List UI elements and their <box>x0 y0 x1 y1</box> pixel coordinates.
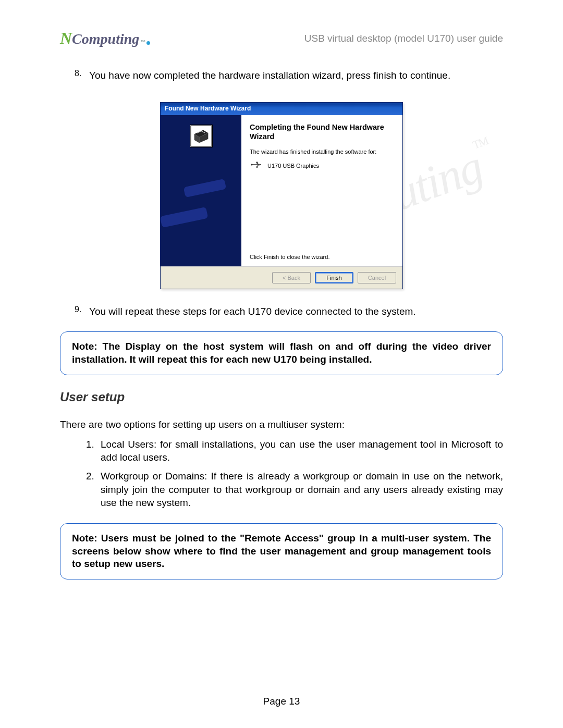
logo-letter-n: N <box>60 29 72 48</box>
page-number: Page 13 <box>0 696 563 707</box>
step-text: You will repeat these steps for each U17… <box>89 305 503 318</box>
intro-paragraph: There are two options for setting up use… <box>60 419 503 430</box>
logo-tm: ™ <box>140 39 145 45</box>
step-9: 9. You will repeat these steps for each … <box>75 305 503 318</box>
hardware-wizard-dialog: Found New Hardware Wizard <box>160 102 403 289</box>
svg-point-4 <box>251 164 252 165</box>
section-heading-user-setup: User setup <box>60 390 503 404</box>
step-number: 8. <box>75 69 89 82</box>
logo-dot-icon <box>146 41 150 45</box>
usb-icon <box>251 161 261 170</box>
finish-button[interactable]: Finish <box>315 272 353 283</box>
wizard-titlebar: Found New Hardware Wizard <box>161 103 402 115</box>
wizard-close-text: Click Finish to close the wizard. <box>250 254 394 260</box>
page-header: NComputing™ USB virtual desktop (model U… <box>60 29 503 48</box>
option-text: Local Users: for small installations, yo… <box>101 438 503 464</box>
step-number: 9. <box>75 305 89 318</box>
option-number: 2. <box>86 470 101 510</box>
wizard-heading: Completing the Found New Hardware Wizard <box>250 122 394 141</box>
note-box-display-flash: Note: The Display on the host system wil… <box>60 331 503 375</box>
option-text: Workgroup or Domains: If there is alread… <box>101 470 503 510</box>
hardware-icon <box>190 125 213 147</box>
wizard-sidebar <box>161 115 241 266</box>
wizard-subtext: The wizard has finished installing the s… <box>250 149 394 155</box>
cancel-button[interactable]: Cancel <box>358 272 396 283</box>
step-text: You have now completed the hardware inst… <box>89 69 503 82</box>
wizard-button-row: < Back Finish Cancel <box>161 266 402 289</box>
logo-text: Computing <box>72 31 139 47</box>
note-box-remote-access: Note: Users must be joined to the "Remot… <box>60 523 503 579</box>
svg-marker-7 <box>260 164 261 166</box>
back-button[interactable]: < Back <box>272 272 311 283</box>
step-8: 8. You have now completed the hardware i… <box>75 69 503 82</box>
svg-point-6 <box>256 166 258 168</box>
doc-title: USB virtual desktop (model U170) user gu… <box>304 33 503 44</box>
option-workgroup-domains: 2. Workgroup or Domains: If there is alr… <box>86 470 503 510</box>
wizard-device-name: U170 USB Graphics <box>267 163 319 169</box>
option-number: 1. <box>86 438 101 464</box>
svg-rect-5 <box>256 162 258 163</box>
logo: NComputing™ <box>60 29 150 48</box>
option-local-users: 1. Local Users: for small installations,… <box>86 438 503 464</box>
